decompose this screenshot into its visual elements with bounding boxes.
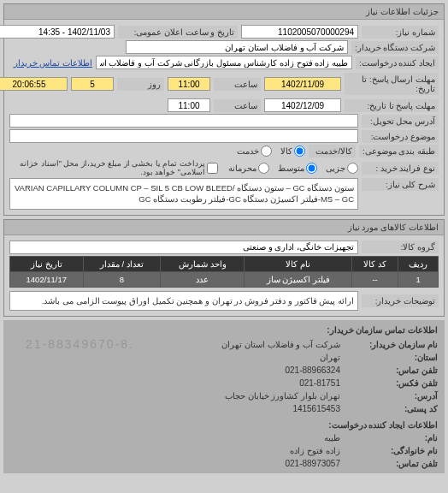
- goods-service-label: کالا/خدمت: [309, 145, 356, 157]
- requester-label: ایجاد کننده درخواست:: [356, 56, 439, 69]
- radio-goods[interactable]: کالا: [280, 146, 305, 157]
- th-date: تاریخ نیاز: [10, 256, 84, 271]
- radio-service[interactable]: خدمت: [237, 146, 272, 157]
- th-row: ردیف: [398, 256, 439, 271]
- radio-pt-low-input[interactable]: [347, 163, 358, 174]
- deadline-send-label: مهلت ارسال پاسخ: تا تاریخ:: [345, 73, 439, 95]
- surname-label: نام خانوادگی:: [344, 444, 438, 457]
- row-buyer-device: شرکت دستگاه خریدار:: [9, 40, 439, 54]
- radio-pt-sec[interactable]: محرمانه: [228, 163, 269, 174]
- req-number-label: شماره نیاز:: [362, 26, 439, 39]
- buyer-device-input[interactable]: [126, 40, 348, 54]
- fax-label: تلفن فکس:: [344, 377, 438, 389]
- public-announce-input[interactable]: [0, 25, 115, 39]
- public-announce-label: تاریخ و ساعت اعلان عمومی:: [118, 26, 238, 39]
- purchase-type-radio: جزیی متوسط محرمانه: [228, 163, 358, 174]
- phone2-label: تلفن تماس:: [344, 457, 438, 470]
- radio-pt-mid-input[interactable]: [306, 163, 317, 174]
- radio-service-label: خدمت: [237, 146, 259, 156]
- items-panel-title: اطلاعات کالاهای مورد نیاز: [4, 220, 444, 235]
- radio-pt-sec-input[interactable]: [258, 163, 269, 174]
- cell-date: 1402/11/17: [10, 271, 84, 287]
- time-label-2: ساعت: [214, 99, 261, 112]
- row-purchase-type: نوع فرایند خرید : جزیی متوسط محرمانه پرد…: [9, 159, 439, 176]
- province-val: تهران: [320, 351, 340, 364]
- payment-checkbox[interactable]: [207, 163, 218, 174]
- address-line: آدرس:تهران بلوار کشاورز خیابان حجاب: [10, 389, 438, 402]
- fax-line: تلفن فکس:021-81751: [10, 377, 438, 389]
- radio-service-input[interactable]: [261, 146, 272, 157]
- postal-val: 1415615453: [292, 402, 340, 415]
- row-requester: ایجاد کننده درخواست: اطلاعات تماس خریدار: [9, 56, 439, 69]
- general-desc-box: ستون دستگاه GC – ستون دستگاه VARIAN CAPI…: [9, 178, 358, 210]
- main-panel-title: جزئیات اطلاعات نیاز: [4, 4, 444, 20]
- row-deadline-resp: مهلت پاسخ تا تاریخ: ساعت: [9, 98, 439, 112]
- payment-note-check[interactable]: پرداخت تمام یا بخشی از مبلغ خرید،از محل …: [9, 159, 218, 176]
- goods-group-input[interactable]: [9, 241, 358, 254]
- row-delivery: آدرس محل تحویل:: [9, 114, 439, 128]
- radio-pt-low-label: جزیی: [326, 163, 345, 173]
- radio-pt-low[interactable]: جزیی: [326, 163, 358, 174]
- address-val: تهران بلوار کشاورز خیابان حجاب: [225, 389, 340, 402]
- row-buyer-notes: توضیحات خریدار: ارائه پیش فاکتور و دفتر …: [9, 291, 439, 311]
- deadline-resp-time[interactable]: [168, 98, 210, 112]
- name-val: طیبه: [324, 431, 340, 444]
- table-header: ردیف کد کالا نام کالا واحد شمارش تعداد /…: [10, 256, 439, 271]
- time-remaining: [0, 77, 68, 91]
- row-req-number: شماره نیاز: تاریخ و ساعت اعلان عمومی:: [9, 25, 439, 39]
- phone2-line: تلفن تماس:021-88973057: [10, 457, 438, 470]
- payment-note-text: پرداخت تمام یا بخشی از مبلغ خرید،از محل …: [9, 159, 205, 176]
- request-subject-label: موضوع درخواست:: [362, 130, 439, 143]
- request-subject-input[interactable]: [9, 129, 358, 143]
- radio-goods-input[interactable]: [294, 146, 305, 157]
- surname-val: زاده فتوح زاده: [290, 444, 340, 457]
- deadline-resp-label: مهلت پاسخ تا تاریخ:: [345, 99, 439, 112]
- main-body: شماره نیاز: تاریخ و ساعت اعلان عمومی: شر…: [4, 20, 444, 215]
- supply-code-label: طبقه بندی موضوعی:: [359, 145, 439, 157]
- postal-label: کد پستی:: [344, 402, 438, 415]
- row-supply-code: طبقه بندی موضوعی: کالا/خدمت کالا خدمت: [9, 145, 439, 157]
- buyer-notes-box: ارائه پیش فاکتور و دفتر فروش در تهران و …: [9, 291, 358, 311]
- cell-qty: 8: [83, 271, 161, 287]
- buyer-notes-label: توضیحات خریدار:: [362, 294, 439, 307]
- purchase-type-label: نوع فرایند خرید :: [362, 162, 439, 175]
- radio-pt-mid[interactable]: متوسط: [278, 163, 317, 174]
- contact-section-title: اطلاعات تماس سازمان خریدار:: [10, 324, 438, 336]
- deadline-resp-date[interactable]: [264, 98, 341, 112]
- req-number-input[interactable]: [241, 25, 358, 39]
- requester-input[interactable]: [96, 56, 352, 69]
- time-label-1: ساعت: [214, 78, 261, 91]
- phone1-val: 021-88966324: [285, 364, 340, 377]
- row-general-desc: شرح کلی نیاز: ستون دستگاه GC – ستون دستگ…: [9, 178, 439, 210]
- th-qty: تعداد / مقدار: [83, 256, 161, 271]
- name-label: نام:: [344, 431, 438, 444]
- address-label: آدرس:: [344, 389, 438, 402]
- postal-line: کد پستی:1415615453: [10, 402, 438, 415]
- main-panel: جزئیات اطلاعات نیاز شماره نیاز: تاریخ و …: [3, 3, 445, 216]
- th-code: کد کالا: [352, 256, 398, 271]
- items-body: گروه کالا: ردیف کد کالا نام کالا واحد شم…: [4, 235, 444, 316]
- deadline-send-date[interactable]: [264, 77, 341, 91]
- cell-unit: عدد: [161, 271, 245, 287]
- goods-service-radio: کالا خدمت: [237, 146, 305, 157]
- surname-line: نام خانوادگی:زاده فتوح زاده: [10, 444, 438, 457]
- cell-row: 1: [398, 271, 439, 287]
- radio-goods-label: کالا: [280, 146, 292, 156]
- cell-name: فیلتر اکسیژن ساز: [245, 271, 352, 287]
- delivery-addr-input[interactable]: [9, 114, 358, 128]
- items-table: ردیف کد کالا نام کالا واحد شمارش تعداد /…: [9, 256, 439, 288]
- phone1-line: تلفن تماس:021-88966324: [10, 364, 438, 377]
- table-row[interactable]: 1 -- فیلتر اکسیژن ساز عدد 8 1402/11/17: [10, 271, 439, 287]
- buyer-contact-link[interactable]: اطلاعات تماس خریدار: [14, 58, 92, 68]
- row-goods-group: گروه کالا:: [9, 241, 439, 254]
- cell-code: --: [352, 271, 398, 287]
- general-desc-label: شرح کلی نیاز:: [362, 178, 439, 191]
- items-panel: اطلاعات کالاهای مورد نیاز گروه کالا: ردی…: [3, 219, 445, 317]
- phone1-label: تلفن تماس:: [344, 364, 438, 377]
- days-left[interactable]: [71, 77, 114, 91]
- name-line: نام:طیبه: [10, 431, 438, 444]
- fax-val: 021-81751: [299, 377, 340, 389]
- deadline-send-time[interactable]: [168, 77, 210, 91]
- watermark: .21-88349670-8: [26, 337, 134, 351]
- radio-pt-mid-label: متوسط: [278, 163, 304, 173]
